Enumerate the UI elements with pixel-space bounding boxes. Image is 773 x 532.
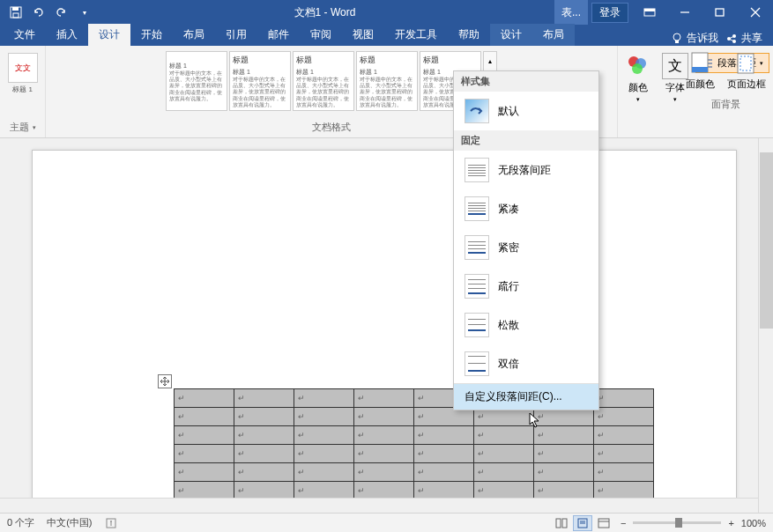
zoom-out[interactable]: − [621, 518, 626, 528]
table-cell[interactable]: ↵ [354, 426, 414, 445]
table-cell[interactable]: ↵ [594, 408, 654, 426]
tab-view[interactable]: 视图 [342, 24, 384, 46]
table-cell[interactable]: ↵ [234, 445, 294, 463]
table-cell[interactable]: ↵ [414, 463, 474, 482]
table-cell[interactable]: ↵ [354, 389, 414, 408]
themes-button[interactable]: 文文 标题 1 [4, 51, 41, 96]
spacing-relaxed[interactable]: 松散 [454, 306, 598, 344]
table-cell[interactable]: ↵ [534, 463, 594, 482]
minimize-button[interactable] [667, 0, 702, 25]
redo-button[interactable] [51, 2, 72, 23]
zoom-slider[interactable] [633, 521, 721, 524]
web-layout-button[interactable] [594, 515, 613, 531]
table-cell[interactable]: ↵ [354, 463, 414, 482]
table-cell[interactable]: ↵ [594, 445, 654, 463]
close-button[interactable] [738, 0, 773, 25]
table-cell[interactable]: ↵ [234, 389, 294, 408]
style-item[interactable]: 标题 标题 1 对于标题中的文本，在品质、大小型式等上有差异，使放置里程碑的商业… [293, 51, 354, 111]
table-move-handle[interactable] [158, 374, 172, 388]
table-cell[interactable]: ↵ [234, 463, 294, 482]
style-item[interactable]: 标题 标题 1 对于标题中的文本，在品质、大小型式等上有差异，使放置里程碑的商业… [356, 51, 418, 111]
table-cell[interactable]: ↵ [294, 389, 354, 408]
theme-icon: 文文 [8, 53, 38, 83]
undo-button[interactable] [28, 2, 49, 23]
style-item[interactable]: 标题 标题 1 对于标题中的文本，在品质、大小型式等上有差异，使放置里程碑的商业… [229, 51, 291, 111]
style-item[interactable]: 标题 1 对于标题中的文本，在品质、大小型式等上有差异，使放置里程碑的商业在阅读… [166, 51, 227, 111]
spacing-compact[interactable]: 紧凑 [454, 189, 598, 228]
word-count[interactable]: 0 个字 [7, 516, 34, 529]
gallery-up[interactable]: ▴ [484, 52, 496, 71]
tab-table-design[interactable]: 设计 [490, 24, 532, 46]
table-cell[interactable]: ↵ [594, 463, 654, 482]
tab-design[interactable]: 设计 [88, 24, 130, 46]
colors-button[interactable]: 颜色 ▾ [621, 51, 655, 105]
svg-point-18 [632, 63, 643, 74]
tab-references[interactable]: 引用 [215, 24, 257, 46]
table-cell[interactable]: ↵ [294, 445, 354, 463]
table-cell[interactable]: ↵ [294, 408, 354, 426]
style-gallery[interactable]: 标题 1 对于标题中的文本，在品质、大小型式等上有差异，使放置里程碑的商业在阅读… [166, 51, 497, 111]
table-cell[interactable]: ↵ [354, 408, 414, 426]
ribbon-display-button[interactable] [632, 0, 667, 25]
table-cell[interactable]: ↵ [294, 463, 354, 482]
tab-mailings[interactable]: 邮件 [257, 24, 300, 46]
table-cell[interactable]: ↵ [175, 445, 234, 463]
language-status[interactable]: 中文(中国) [47, 516, 92, 529]
spacing-relaxed-icon [465, 313, 489, 337]
table-cell[interactable]: ↵ [474, 426, 534, 445]
spacing-tight[interactable]: 紧密 [454, 228, 598, 267]
login-button[interactable]: 登录 [591, 3, 628, 23]
vertical-scrollbar[interactable] [758, 138, 773, 513]
table-cell[interactable]: ↵ [175, 463, 234, 482]
svg-point-29 [110, 521, 112, 522]
paragraph-spacing-menu: 样式集 默认 固定 无段落间距 紧凑 紧密 疏行 松散 [453, 70, 599, 410]
spacing-double[interactable]: 双倍 [454, 344, 598, 383]
table-cell[interactable]: ↵ [414, 445, 474, 463]
table-cell[interactable]: ↵ [534, 426, 594, 445]
table-cell[interactable]: ↵ [294, 426, 354, 445]
tab-developer[interactable]: 开发工具 [384, 24, 448, 46]
tab-file[interactable]: 文件 [4, 24, 46, 46]
zoom-thumb[interactable] [675, 518, 682, 528]
table-cell[interactable]: ↵ [474, 463, 534, 482]
table-cell[interactable]: ↵ [354, 445, 414, 463]
table-cell[interactable]: ↵ [594, 426, 654, 445]
tab-layout[interactable]: 布局 [173, 24, 215, 46]
table-cell[interactable]: ↵ [175, 426, 234, 445]
page-background-group: 面颜色 页面边框 面背景 [679, 46, 773, 116]
spacing-custom[interactable]: 自定义段落间距(C)... [454, 383, 598, 410]
spacing-open[interactable]: 疏行 [454, 267, 598, 306]
zoom-in[interactable]: + [728, 518, 733, 528]
table-cell[interactable]: ↵ [594, 389, 654, 408]
spacing-default[interactable]: 默认 [454, 92, 598, 130]
table-cell[interactable]: ↵ [175, 408, 234, 426]
page[interactable]: ↵↵↵↵↵↵↵↵↵↵↵↵↵↵↵↵↵↵↵↵↵↵↵↵↵↵↵↵↵↵↵↵↵↵↵↵↵↵↵↵… [32, 150, 737, 511]
svg-rect-4 [644, 9, 655, 11]
table-cell[interactable]: ↵ [414, 426, 474, 445]
page-color-button[interactable]: 面颜色 [682, 49, 718, 92]
table-cell[interactable]: ↵ [175, 389, 234, 408]
qat-customize[interactable]: ▾ [74, 2, 95, 23]
save-button[interactable] [5, 2, 26, 23]
horizontal-scrollbar[interactable] [0, 498, 758, 513]
table-cell[interactable]: ↵ [234, 426, 294, 445]
tab-help[interactable]: 帮助 [448, 24, 490, 46]
table-cell[interactable]: ↵ [234, 408, 294, 426]
accessibility-icon[interactable] [105, 517, 117, 529]
tab-review[interactable]: 审阅 [300, 24, 342, 46]
table-cell[interactable]: ↵ [534, 445, 594, 463]
print-layout-button[interactable] [573, 515, 592, 531]
page-borders-button[interactable]: 页面边框 [724, 49, 769, 92]
share-icon [725, 33, 738, 45]
share-button[interactable]: 共享 [725, 31, 762, 46]
tab-home[interactable]: 开始 [130, 24, 173, 46]
tab-table-layout[interactable]: 布局 [532, 24, 575, 46]
read-mode-button[interactable] [552, 515, 571, 531]
scroll-thumb[interactable] [760, 152, 773, 329]
maximize-button[interactable] [702, 0, 738, 25]
spacing-none[interactable]: 无段落间距 [454, 151, 598, 189]
zoom-level[interactable]: 100% [741, 518, 766, 528]
table-cell[interactable]: ↵ [474, 445, 534, 463]
tab-insert[interactable]: 插入 [46, 24, 88, 46]
tell-me[interactable]: 告诉我 [671, 31, 718, 46]
